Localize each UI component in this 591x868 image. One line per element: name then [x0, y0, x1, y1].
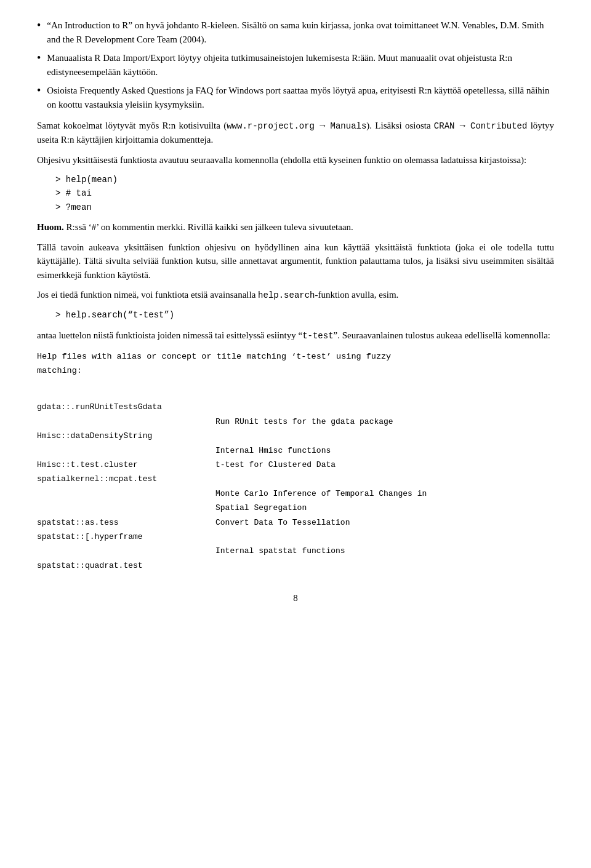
- result-name-blank4: [37, 501, 209, 515]
- bullet-text-3: Osioista Frequently Asked Questions ja F…: [47, 84, 554, 111]
- bullet-text-1: “An Introduction to R” on hyvä johdanto …: [47, 18, 554, 46]
- code-block-help: > help(mean) > # tai > ?mean: [55, 173, 554, 214]
- result-desc-4b: Monte Carlo Inference of Temporal Change…: [209, 487, 554, 501]
- para-kokoelmat: Samat kokoelmat löytyvät myös R:n kotisi…: [37, 119, 554, 147]
- result-desc-2b: Internal Hmisc functions: [209, 444, 554, 458]
- result-name-2: Hmisc::dataDensityString: [37, 429, 209, 443]
- code-url: www.r-project.org: [227, 121, 315, 131]
- para-huom: Huom. R:ssä ‘#’ on kommentin merkki. Riv…: [37, 220, 554, 234]
- page-number: 8: [37, 591, 554, 605]
- huom-label: Huom.: [37, 222, 64, 232]
- spacer: [37, 385, 554, 395]
- result-desc-4: [209, 472, 554, 486]
- table-row: Run RUnit tests for the gdata package: [37, 415, 554, 429]
- result-desc-5: Convert Data To Tessellation: [209, 516, 554, 530]
- bullet-dot: •: [37, 82, 41, 99]
- table-row: spatstat::quadrat.test: [37, 559, 554, 573]
- result-name-5: spatstat::as.tess: [37, 516, 209, 530]
- result-desc-4c: Spatial Segregation: [209, 501, 554, 515]
- result-name-blank5: [37, 544, 209, 558]
- code-cran: CRAN: [434, 121, 455, 131]
- result-name-blank: [37, 415, 209, 429]
- help-output-header: Help files with alias or concept or titl…: [37, 350, 554, 378]
- bullet-dot: •: [37, 17, 41, 34]
- page-content: • “An Introduction to R” on hyvä johdant…: [37, 18, 554, 573]
- table-row: Monte Carlo Inference of Temporal Change…: [37, 487, 554, 501]
- code-search-line: > help.search(“t-test”): [55, 308, 554, 322]
- result-desc-3: t-test for Clustered Data: [209, 458, 554, 472]
- bullet-text-2: Manuaalista R Data Import/Export löytyy …: [47, 51, 554, 79]
- result-name-blank2: [37, 444, 209, 458]
- result-desc-1b: Run RUnit tests for the gdata package: [209, 415, 554, 429]
- table-row: Internal Hmisc functions: [37, 444, 554, 458]
- bullet-dot: •: [37, 50, 41, 66]
- result-name-1: gdata::.runRUnitTestsGdata: [37, 400, 209, 414]
- help-header-line2: matching:: [37, 364, 554, 378]
- para-ohjesivu-detail: Tällä tavoin aukeava yksittäisen funktio…: [37, 241, 554, 282]
- result-name-7: spatstat::quadrat.test: [37, 559, 209, 573]
- bullet-list: • “An Introduction to R” on hyvä johdant…: [37, 18, 554, 111]
- list-item: • “An Introduction to R” on hyvä johdant…: [37, 18, 554, 46]
- code-block-search: > help.search(“t-test”): [55, 308, 554, 322]
- result-desc-6b: Internal spatstat functions: [209, 544, 554, 558]
- result-name-3: Hmisc::t.test.cluster: [37, 458, 209, 472]
- para-ohjesivu: Ohjesivu yksittäisestä funktiosta avautu…: [37, 153, 554, 167]
- table-row: Internal spatstat functions: [37, 544, 554, 558]
- result-desc-2: [209, 429, 554, 443]
- table-row: Hmisc::t.test.cluster t-test for Cluster…: [37, 458, 554, 472]
- result-desc-1: [209, 400, 554, 414]
- table-row: spatstat::[.hyperframe: [37, 530, 554, 544]
- result-name-blank3: [37, 487, 209, 501]
- table-row: spatialkernel::mcpat.test: [37, 472, 554, 486]
- code-manuals: Manuals: [331, 121, 367, 131]
- help-results-table: gdata::.runRUnitTestsGdata Run RUnit tes…: [37, 400, 554, 573]
- table-row: Hmisc::dataDensityString: [37, 429, 554, 443]
- help-header-line1: Help files with alias or concept or titl…: [37, 350, 554, 364]
- code-line-1: > help(mean): [55, 173, 554, 186]
- code-line-3: > ?mean: [55, 201, 554, 214]
- code-ttest: t-test: [302, 331, 333, 341]
- table-row: gdata::.runRUnitTestsGdata: [37, 400, 554, 414]
- para-help-search: Jos ei tiedä funktion nimeä, voi funktio…: [37, 288, 554, 302]
- code-contributed: Contributed: [470, 121, 527, 131]
- code-line-2: > # tai: [55, 186, 554, 200]
- table-row: Spatial Segregation: [37, 501, 554, 515]
- result-name-4: spatialkernel::mcpat.test: [37, 472, 209, 486]
- list-item: • Manuaalista R Data Import/Export löyty…: [37, 51, 554, 79]
- list-item: • Osioista Frequently Asked Questions ja…: [37, 84, 554, 111]
- para-antaa: antaa luettelon niistä funktioista joide…: [37, 328, 554, 343]
- code-help-search: help.search: [258, 290, 315, 300]
- table-row: spatstat::as.tess Convert Data To Tessel…: [37, 516, 554, 530]
- result-name-6: spatstat::[.hyperframe: [37, 530, 209, 544]
- result-desc-6: [209, 530, 554, 544]
- result-desc-7: [209, 559, 554, 573]
